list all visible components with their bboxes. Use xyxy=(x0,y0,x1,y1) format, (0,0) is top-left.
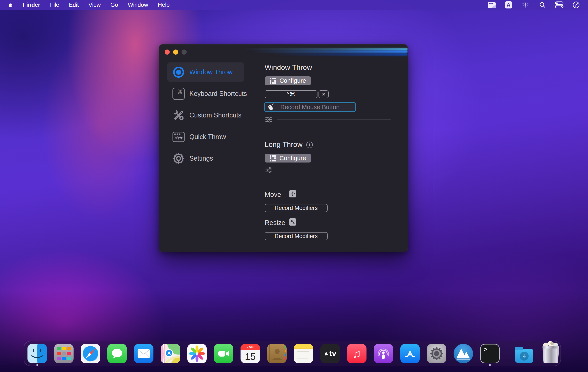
menubar-status-area: A xyxy=(487,1,580,9)
info-icon[interactable]: i xyxy=(306,142,313,148)
window-throw-shortcut-field[interactable]: ^⌘ xyxy=(265,90,317,98)
dock-item-launchpad[interactable] xyxy=(54,344,74,363)
menu-view[interactable]: View xyxy=(84,2,106,8)
options-sliders-icon[interactable] xyxy=(265,167,272,173)
grid-icon xyxy=(270,78,276,84)
long-throw-configure-button[interactable]: Configure xyxy=(265,154,311,163)
trash-paper xyxy=(541,341,560,347)
move-label: Move xyxy=(265,191,281,198)
dock-item-facetime[interactable] xyxy=(214,344,233,363)
spotlight-search-icon[interactable] xyxy=(538,1,546,9)
sidebar-item-custom-shortcuts[interactable]: Custom Shortcuts xyxy=(168,106,244,125)
dock-item-music[interactable]: ♫ xyxy=(347,344,367,363)
dock: JAN 15 tv xyxy=(24,341,561,366)
calendar-month: JAN xyxy=(241,344,260,350)
dock-separator xyxy=(507,345,507,362)
sidebar-item-label: Window Throw xyxy=(189,68,232,76)
resize-label: Resize xyxy=(265,219,285,227)
wifi-alert-icon[interactable] xyxy=(521,1,530,9)
app-window-icon[interactable] xyxy=(487,1,496,9)
menu-edit[interactable]: Edit xyxy=(64,2,84,8)
move-record-modifiers-button[interactable]: Record Modifiers xyxy=(265,204,328,212)
traffic-lights xyxy=(165,50,187,55)
dock-item-appstore[interactable] xyxy=(400,344,420,363)
input-source-icon[interactable]: A xyxy=(504,1,513,9)
running-indicator xyxy=(36,364,38,366)
menu-finder[interactable]: Finder xyxy=(18,2,45,8)
move-arrows-icon xyxy=(289,190,296,197)
calendar-day: 15 xyxy=(241,350,260,363)
dock-item-maps[interactable] xyxy=(161,344,180,363)
main-content: Window Throw Configure ^⌘ ✕ Record Mouse… xyxy=(265,44,408,252)
dock-item-safari[interactable] xyxy=(81,344,100,363)
dock-item-notes[interactable] xyxy=(294,344,313,363)
resize-record-modifiers-button[interactable]: Record Modifiers xyxy=(265,232,328,240)
dock-item-downloads[interactable] xyxy=(514,344,534,363)
sidebar-item-label: Keyboard Shortcuts xyxy=(189,90,247,98)
window-cursors-icon xyxy=(172,130,186,144)
menu-go[interactable]: Go xyxy=(106,2,123,8)
dock-item-system-preferences[interactable] xyxy=(427,344,446,363)
menu-bar: Finder File Edit View Go Window Help A xyxy=(0,0,588,10)
long-throw-title: Long Throwi xyxy=(265,140,313,149)
mosaic-preferences-window: Window Throw ⌘ Keyboard Shortcuts Custom… xyxy=(159,44,408,252)
dock-item-tv[interactable]: tv xyxy=(320,344,340,363)
control-center-icon[interactable] xyxy=(555,1,564,9)
resize-arrow-icon xyxy=(289,218,296,226)
divider xyxy=(277,119,391,120)
x-icon: ✕ xyxy=(322,91,326,97)
dock-item-trash[interactable] xyxy=(541,344,560,363)
sidebar-item-window-throw[interactable]: Window Throw xyxy=(168,62,244,82)
window-throw-configure-button[interactable]: Configure xyxy=(265,77,311,85)
options-sliders-icon[interactable] xyxy=(265,117,272,123)
music-note-icon: ♫ xyxy=(353,347,361,360)
sidebar-item-settings[interactable]: Settings xyxy=(168,149,244,168)
command-key-icon: ⌘ xyxy=(172,87,186,101)
apple-menu-icon[interactable] xyxy=(8,2,13,8)
menu-help[interactable]: Help xyxy=(153,2,175,8)
dock-item-messages[interactable] xyxy=(107,344,127,363)
dock-item-terminal[interactable]: >_ xyxy=(480,344,500,363)
gear-icon xyxy=(172,152,186,165)
menu-file[interactable]: File xyxy=(45,2,64,8)
dock-item-calendar[interactable]: JAN 15 xyxy=(241,344,260,363)
sidebar-item-quick-throw[interactable]: Quick Throw xyxy=(168,127,244,146)
record-mouse-button-field[interactable]: Record Mouse Button xyxy=(264,102,356,112)
close-button[interactable] xyxy=(165,50,170,55)
mouse-icon xyxy=(268,103,274,111)
minimize-button[interactable] xyxy=(173,50,178,55)
dock-item-photos[interactable] xyxy=(187,344,207,363)
dock-item-podcasts[interactable] xyxy=(374,344,393,363)
terminal-prompt: >_ xyxy=(484,347,491,363)
dock-item-contacts[interactable] xyxy=(267,344,287,363)
dock-item-mosaic[interactable] xyxy=(454,344,473,363)
divider xyxy=(277,170,391,170)
sidebar-item-keyboard-shortcuts[interactable]: ⌘ Keyboard Shortcuts xyxy=(168,84,244,103)
running-indicator xyxy=(489,364,491,366)
grid-icon xyxy=(270,155,276,162)
sidebar-item-label: Custom Shortcuts xyxy=(189,111,241,119)
dock-item-finder[interactable] xyxy=(28,344,47,363)
sidebar-item-label: Quick Throw xyxy=(189,133,226,141)
clear-shortcut-button[interactable]: ✕ xyxy=(318,90,329,98)
window-throw-title: Window Throw xyxy=(265,63,312,72)
zoom-button-disabled xyxy=(182,50,187,55)
clock-icon[interactable] xyxy=(572,1,580,9)
tools-icon xyxy=(172,108,186,122)
tv-label: tv xyxy=(329,349,336,358)
sidebar-item-label: Settings xyxy=(189,155,213,162)
menu-window[interactable]: Window xyxy=(123,2,153,8)
dock-item-mail[interactable] xyxy=(134,344,153,363)
sidebar: Window Throw ⌘ Keyboard Shortcuts Custom… xyxy=(168,62,244,168)
bullseye-icon xyxy=(172,65,186,79)
